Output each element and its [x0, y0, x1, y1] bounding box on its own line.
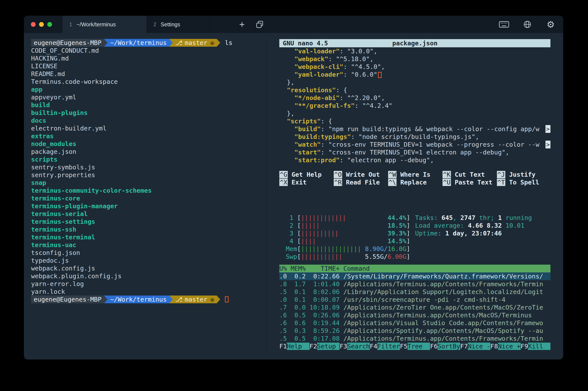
shell-prompt: eugene@Eugenes-MBP ~/Work/terminus ⎇mast…	[31, 295, 265, 303]
process-row[interactable]: .5 0.1 8:02.06 /Library/Application Supp…	[279, 288, 550, 296]
file-entry: yarn-error.log	[31, 280, 265, 288]
htop-summary: Tasks: 645, 2747 thr; 1 runningLoad aver…	[415, 214, 532, 237]
file-entry: terminus-serial	[31, 210, 265, 218]
htop-monitor: 1 [|||||||||||| 44.4%] 2 [||||| 18.5%] 3…	[279, 214, 550, 350]
file-entry: electron-builder.yml	[31, 124, 265, 132]
tab-settings[interactable]: 2 Settings	[147, 16, 210, 33]
file-entry: terminus-settings	[31, 218, 265, 225]
line-continuation-marker: >	[545, 141, 550, 148]
prompt-cwd: ~/Work/terminus	[107, 39, 169, 47]
cpu-memory-meters: 1 [|||||||||||| 44.4%] 2 [||||| 18.5%] 3…	[286, 214, 415, 261]
pane-divider[interactable]	[266, 36, 266, 355]
htop-fkey[interactable]: F3Search	[340, 342, 370, 350]
split-tab-button[interactable]	[254, 16, 266, 33]
file-entry: docs	[31, 117, 265, 124]
htop-meter: 1 [|||||||||||| 44.4%]	[286, 214, 415, 222]
nano-shortcut: ^R Read File	[334, 179, 388, 186]
settings-gear-button[interactable]: ⚙	[545, 19, 557, 30]
htop-meter: 3 [|||||||||| 39.3%]	[286, 229, 415, 237]
new-tab-button[interactable]: +	[236, 16, 248, 33]
file-entry: builtin-plugins	[31, 109, 265, 117]
file-entry: yarn.lock	[31, 288, 265, 295]
git-branch-name: master	[185, 39, 208, 46]
process-row[interactable]: .5 0.3 8:59.26 /Applications/Spotify.app…	[279, 327, 550, 335]
nano-shortcut: ^J Justify	[497, 171, 550, 179]
nano-code-line: "resolutions": {	[279, 86, 550, 94]
typed-command: ls	[225, 39, 232, 47]
file-entry: terminus-community-color-schemes	[31, 187, 265, 195]
nano-shortcut: ^O Write Out	[334, 171, 388, 179]
htop-meter: Mem[|||||||||||||||| 8.90G/16.0G]	[286, 245, 415, 253]
process-row[interactable]: .0 0.1 0:00.07 /usr/sbin/screencapture -…	[279, 296, 550, 303]
load-average-line: Load average: 4.66 8.32 10.01	[415, 222, 532, 229]
nano-shortcut: ^U Paste Text	[442, 179, 497, 186]
tab-strip: 1 ~/Work/terminus 2 Settings	[62, 16, 210, 33]
uptime-line: Uptime: 1 day, 23:07:46	[415, 229, 532, 237]
tab-terminal[interactable]: 1 ~/Work/terminus	[62, 16, 147, 33]
nano-shortcut: ^T To Spell	[497, 179, 550, 186]
git-branch-icon: ⎇	[175, 296, 182, 303]
prompt-user-host: eugene@Eugenes-MBP	[31, 295, 104, 303]
prompt-user-host: eugene@Eugenes-MBP	[31, 39, 104, 47]
zoom-button[interactable]	[47, 22, 52, 27]
htop-fkey[interactable]: F6SortBy	[430, 342, 460, 350]
process-row[interactable]: .7 0.0 10:18.09 /Applications/ZeroTier O…	[279, 303, 550, 311]
nano-cursor	[378, 72, 382, 78]
git-dirty-icon: ●	[210, 296, 214, 303]
tab-bar: 1 ~/Work/terminus 2 Settings +	[24, 16, 563, 33]
htop-fkey[interactable]: F1Help	[279, 342, 309, 350]
close-button[interactable]	[31, 22, 36, 27]
file-entry: build	[31, 101, 265, 109]
process-row[interactable]: .6 0.6 0:19.44 /Applications/Visual Stud…	[279, 319, 550, 327]
powerline-arrow	[104, 39, 107, 47]
file-entry: terminus-ssh	[31, 225, 265, 233]
file-entry: scripts	[31, 156, 265, 163]
file-entry: terminus-terminal	[31, 233, 265, 241]
file-entry: terminus-uac	[31, 241, 265, 249]
right-pane[interactable]: GNU nano 4.5 package.json "val-loader": …	[279, 39, 550, 350]
prompt-cwd: ~/Work/terminus	[107, 295, 169, 303]
file-entry: webpack.plugin.config.js	[31, 272, 265, 280]
htop-fkey[interactable]: F4Filter	[370, 342, 400, 350]
git-dirty-icon: ●	[210, 39, 214, 46]
htop-fkey[interactable]: F7Nice -	[460, 342, 490, 350]
file-entry: sentry.properties	[31, 171, 265, 179]
htop-fkey[interactable]: F2Setup	[309, 342, 340, 350]
nano-code-line: },	[279, 109, 550, 117]
htop-fkey[interactable]: F9Kill	[521, 342, 551, 350]
powerline-arrow	[217, 295, 220, 303]
file-entry: CODE_OF_CONDUCT.md	[31, 47, 265, 54]
nano-buffer: "val-loader": "3.0.0", "webpack": "^5.18…	[279, 47, 550, 164]
process-row[interactable]: .5 0.5 0:17.08 /Applications/Terminus.ap…	[279, 335, 550, 342]
file-entry: LICENSE	[31, 62, 265, 70]
traffic-lights	[24, 16, 52, 33]
terminal-pane[interactable]: eugene@Eugenes-MBP ~/Work/terminus ⎇mast…	[31, 39, 265, 303]
nano-code-line: "*/node-abi": "^2.20.0",	[279, 94, 550, 102]
process-table: U% MEM% TIME+ Command.0 0.2 0:22.66 /Sys…	[279, 265, 550, 342]
process-row[interactable]: .0 0.2 0:22.66 /System/Library/Framework…	[279, 272, 550, 280]
process-row[interactable]: .8 1.7 1:01.40 /Applications/Terminus.ap…	[279, 280, 550, 288]
nano-code-line: "watch": "cross-env TERMINUS_DEV=1 webpa…	[279, 141, 550, 148]
process-table-header[interactable]: U% MEM% TIME+ Command	[279, 265, 550, 272]
htop-fkey[interactable]: F5Tree	[400, 342, 430, 350]
toolbar-buttons: ⚙	[498, 16, 563, 33]
file-entry: node_modules	[31, 140, 265, 148]
globe-button[interactable]	[521, 20, 533, 29]
tab-index: 2	[153, 21, 156, 27]
htop-meter: 4 [|||| 14.5%]	[286, 237, 415, 245]
minimize-button[interactable]	[39, 22, 44, 27]
powerline-arrow	[104, 295, 107, 303]
nano-shortcut-bar: ^G Get Help^O Write Out^W Where Is^K Cut…	[279, 171, 550, 186]
htop-fkey[interactable]: F8Nice +	[490, 342, 521, 350]
file-entry: extras	[31, 132, 265, 140]
process-row[interactable]: .6 0.5 0:26.06 /Applications/Terminus.ap…	[279, 311, 550, 319]
terminal-cursor	[225, 296, 228, 302]
nano-editor: GNU nano 4.5 package.json "val-loader": …	[279, 39, 550, 186]
file-entry: terminus-core	[31, 195, 265, 202]
file-entry: sentry-symbols.js	[31, 163, 265, 171]
keyboard-shortcuts-button[interactable]	[498, 21, 510, 28]
nano-code-line: },	[279, 78, 550, 86]
htop-function-key-bar: F1Help F2Setup F3SearchF4FilterF5Tree F6…	[279, 342, 550, 350]
git-branch-icon: ⎇	[175, 39, 182, 46]
powerline-arrow	[217, 39, 220, 47]
